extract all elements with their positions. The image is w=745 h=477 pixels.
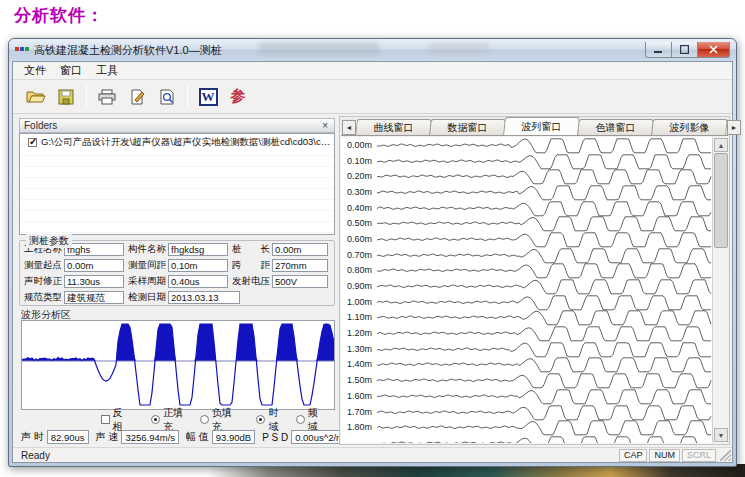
tab-2[interactable]: 波列窗口	[503, 117, 580, 135]
param-value-field[interactable]: 0.40us	[168, 275, 228, 288]
param-value-field[interactable]: 270mm	[272, 259, 328, 272]
wave-train-row[interactable]: 0.80m	[341, 263, 712, 279]
measure-value-field[interactable]: 93.90dB	[212, 430, 255, 444]
measure-label: 幅 值	[186, 430, 209, 444]
toolbar: W 参	[13, 80, 732, 114]
main-content: Folders × G:\公司产品设计开发\超声仪器\超声仪实地检测数据\测桩c…	[13, 114, 732, 447]
param-value-field[interactable]: 500V	[272, 275, 328, 288]
file-checkbox[interactable]	[28, 138, 37, 147]
wave-train-row[interactable]: 1.40m	[341, 357, 712, 373]
wave-trace	[377, 372, 711, 388]
wave-trace	[377, 435, 711, 443]
tab-scroll-left-button[interactable]: ◄	[342, 120, 356, 135]
wave-train-row[interactable]: 1.50m	[341, 372, 712, 388]
measure-value-field[interactable]: 82.90us	[47, 430, 89, 444]
open-file-button[interactable]	[23, 84, 49, 110]
wave-trace	[377, 325, 711, 341]
wave-train-row[interactable]: 0.30m	[341, 184, 712, 200]
folders-close-button[interactable]: ×	[320, 121, 330, 131]
wave-trace	[377, 309, 711, 325]
wave-train-row[interactable]: 1.10m	[341, 310, 712, 326]
tab-bar: ◄曲线窗口数据窗口波列窗口色谱窗口波列影像►	[341, 118, 728, 136]
titlebar: 高铁建混凝土检测分析软件V1.0—测桩	[9, 39, 736, 61]
page-magnifier-icon	[159, 89, 175, 105]
indicator-scrl: SCRL	[682, 449, 716, 462]
waveform-analysis-box[interactable]	[21, 320, 335, 410]
scroll-down-button[interactable]: ▼	[714, 428, 728, 442]
wave-train-row[interactable]: 0.90m	[341, 278, 712, 294]
export-word-button[interactable]: W	[195, 84, 221, 110]
param-value-field[interactable]: 11.30us	[64, 275, 124, 288]
wave-train-row[interactable]: 1.00m	[341, 294, 712, 310]
vertical-scrollbar[interactable]: ▲ ▼	[712, 137, 728, 443]
param-label: 发射电压	[232, 275, 270, 288]
menu-item-2[interactable]: 工具	[89, 62, 125, 79]
wave-trace	[377, 168, 711, 184]
resize-grip[interactable]	[720, 450, 731, 461]
wave-train-row[interactable]: 0.50m	[341, 215, 712, 231]
param-value-field[interactable]: fhgkdsg	[168, 243, 228, 256]
param-char-icon: 参	[231, 87, 246, 106]
depth-label: 1.40m	[341, 359, 377, 369]
depth-label: 1.30m	[341, 344, 377, 354]
wave-trace	[377, 341, 711, 357]
param-value-field[interactable]: 2013.03.13	[168, 291, 240, 304]
scrollbar-thumb[interactable]	[714, 153, 728, 248]
print-setup-button[interactable]	[124, 84, 150, 110]
param-label: 测量间距	[128, 259, 166, 272]
wave-train-row[interactable]: 1.80m	[341, 419, 712, 435]
wave-train-row[interactable]: 0.60m	[341, 231, 712, 247]
save-button[interactable]	[53, 84, 79, 110]
measure-value-field[interactable]: 3256.94m/s	[121, 430, 179, 444]
file-path-label: G:\公司产品设计开发\超声仪器\超声仪实地检测数据\测桩cd\cd03\cd0…	[41, 136, 332, 149]
param-label: 采样周期	[128, 275, 166, 288]
depth-label: 0.30m	[341, 187, 377, 197]
depth-label: 0.90m	[341, 281, 377, 291]
wave-train-row[interactable]: 0.70m	[341, 247, 712, 263]
pile-params-group-title: 测桩参数	[26, 234, 72, 248]
indicator-cap: CAP	[619, 449, 648, 462]
tab-4[interactable]: 波列影像	[651, 119, 728, 135]
wave-trace	[377, 404, 711, 420]
tree-item-data-file[interactable]: G:\公司产品设计开发\超声仪器\超声仪实地检测数据\测桩cd\cd03\cd0…	[20, 134, 334, 149]
wave-train-row[interactable]: 0.40m	[341, 200, 712, 216]
tab-label: 色谱窗口	[579, 120, 652, 136]
param-value-field[interactable]: 0.00m	[272, 243, 328, 256]
folders-panel-title: Folders	[24, 120, 57, 131]
close-button[interactable]	[697, 42, 730, 58]
tab-0[interactable]: 曲线窗口	[355, 119, 432, 135]
wave-train-row[interactable]: 1.30m	[341, 341, 712, 357]
depth-label: 0.40m	[341, 203, 377, 213]
maximize-button[interactable]	[671, 42, 698, 58]
wave-train-row[interactable]	[341, 435, 712, 443]
tab-label: 波列窗口	[505, 118, 578, 136]
param-value-field[interactable]: 建筑规范	[64, 291, 124, 304]
measure-label: P S D	[262, 432, 288, 443]
print-button[interactable]	[94, 84, 120, 110]
tab-1[interactable]: 数据窗口	[429, 119, 506, 135]
page-pen-icon	[129, 89, 145, 105]
wave-train-row[interactable]: 0.10m	[341, 153, 712, 169]
minimize-button[interactable]	[645, 42, 672, 58]
parameter-button[interactable]: 参	[225, 84, 251, 110]
wave-train-list[interactable]: 0.00m0.10m0.20m0.30m0.40m0.50m0.60m0.70m…	[341, 137, 712, 443]
save-floppy-icon	[58, 89, 74, 105]
pile-params-group: 测桩参数 工程名称fhghs构件名称fhgkdsg桩 长0.00m测量起点0.0…	[19, 240, 335, 306]
wave-train-row[interactable]: 1.60m	[341, 388, 712, 404]
tab-3[interactable]: 色谱窗口	[577, 119, 654, 135]
menu-item-1[interactable]: 窗口	[53, 62, 89, 79]
param-value-field[interactable]: 0.00m	[64, 259, 124, 272]
tab-scroll-right-button[interactable]: ►	[727, 120, 741, 135]
param-value-field[interactable]: 0.10m	[168, 259, 228, 272]
wave-train-row[interactable]: 1.70m	[341, 404, 712, 420]
word-icon: W	[199, 88, 218, 106]
param-value-field[interactable]: fhghs	[64, 243, 124, 256]
measurement-values-row: 声 时82.90us声 速3256.94m/s幅 值93.90dBP S D0.…	[21, 429, 335, 445]
wave-train-row[interactable]: 0.00m	[341, 137, 712, 153]
wave-trace	[377, 388, 711, 404]
wave-train-row[interactable]: 0.20m	[341, 168, 712, 184]
print-preview-button[interactable]	[154, 84, 180, 110]
menu-item-0[interactable]: 文件	[17, 62, 53, 79]
wave-train-row[interactable]: 1.20m	[341, 325, 712, 341]
scroll-up-button[interactable]: ▲	[714, 138, 728, 152]
